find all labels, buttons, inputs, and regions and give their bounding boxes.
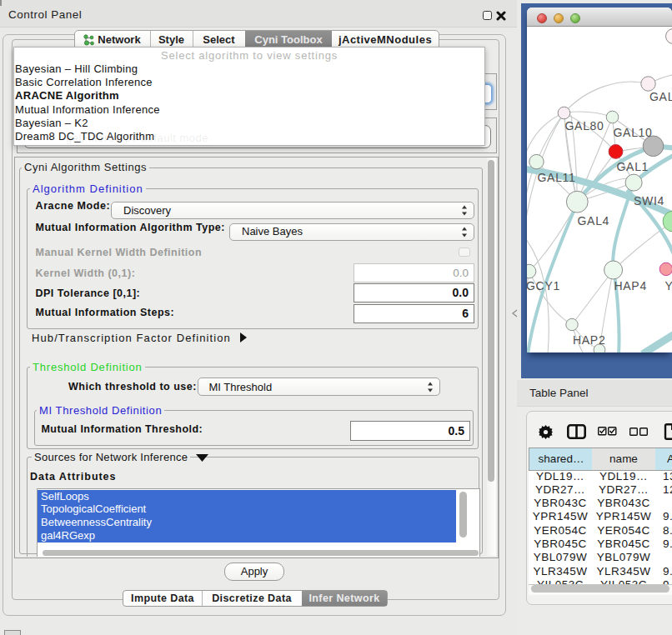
svg-text:GCY1: GCY1 [527, 279, 560, 292]
svg-text:GAL80: GAL80 [565, 119, 604, 132]
svg-text:GAL1: GAL1 [617, 160, 649, 173]
svg-text:GAL11: GAL11 [538, 170, 576, 183]
svg-text:GAL7: GAL7 [649, 90, 672, 103]
svg-text:HAP4: HAP4 [614, 278, 647, 292]
svg-text:HAP2: HAP2 [573, 333, 605, 347]
svg-text:GAL10: GAL10 [614, 125, 653, 138]
svg-text:SWI4: SWI4 [634, 193, 664, 207]
svg-text:GAL4: GAL4 [578, 213, 610, 227]
svg-text:YM: YM [665, 279, 672, 292]
